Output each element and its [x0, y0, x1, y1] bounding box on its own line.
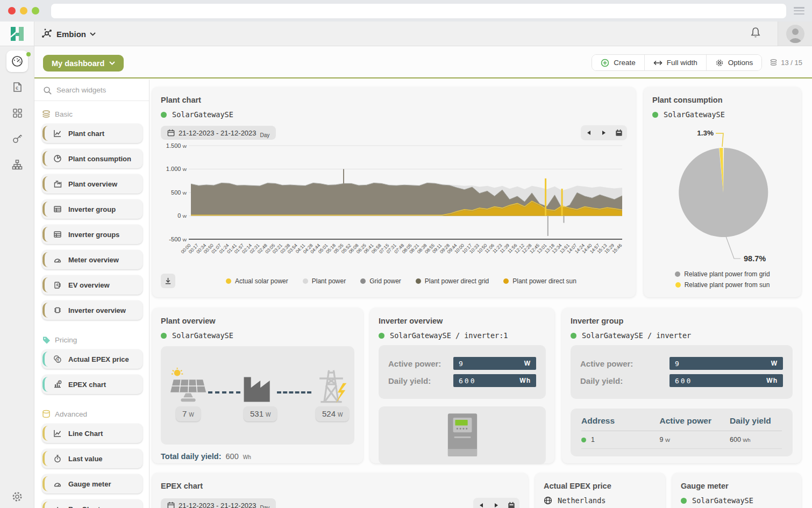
- gauge-icon: [53, 255, 62, 264]
- app-header: Embion: [0, 22, 812, 46]
- pie-legend-item[interactable]: Relative plant power from sun: [675, 281, 770, 289]
- speedometer-icon: [11, 55, 24, 68]
- widget-item-label: Plant overview: [68, 180, 117, 188]
- download-chart-button[interactable]: [161, 274, 175, 288]
- card-title: Plant chart: [161, 96, 627, 104]
- plant-consumption-card: Plant consumption SolarGatewaySE 1.3%98.…: [644, 87, 801, 297]
- line-chart-icon: [53, 429, 62, 438]
- item-accent: [42, 352, 49, 367]
- table-row[interactable]: 19 W600 Wh: [581, 431, 782, 449]
- svg-text:500 W: 500 W: [171, 189, 187, 196]
- active-power-display: 9W: [669, 357, 783, 370]
- widget-item-plant-overview[interactable]: Plant overview: [42, 174, 143, 194]
- stopwatch-icon: [53, 454, 62, 463]
- app-logo[interactable]: [0, 22, 34, 46]
- date-granularity: Day: [260, 505, 270, 508]
- legend-item[interactable]: Grid power: [360, 277, 401, 285]
- user-avatar[interactable]: [778, 22, 812, 46]
- full-width-button[interactable]: Full width: [645, 55, 707, 70]
- device-status-dot: [652, 112, 658, 118]
- legend-item[interactable]: Plant power: [303, 277, 346, 285]
- chip-icon: [53, 306, 62, 314]
- create-button[interactable]: Create: [592, 55, 645, 70]
- coins-icon: €: [53, 355, 62, 363]
- plant-chart-card: Plant chart SolarGatewaySE 21-12-2023 - …: [152, 87, 636, 297]
- search-input[interactable]: [56, 86, 137, 94]
- svg-text:1.500 W: 1.500 W: [166, 142, 187, 149]
- browser-menu-icon[interactable]: [794, 7, 804, 15]
- widget-item-epex-chart[interactable]: €EPEX chart: [42, 375, 143, 394]
- grid-power-value: 524W: [316, 406, 349, 421]
- widget-item-label: Inverter overview: [68, 306, 126, 314]
- device-status-dot: [161, 333, 167, 339]
- item-accent: [42, 227, 49, 242]
- widget-item-ev-overview[interactable]: EV overview: [42, 275, 143, 295]
- legend-color-dot: [303, 278, 308, 284]
- active-indicator-dot: [26, 52, 31, 56]
- widget-item-inverter-overview[interactable]: Inverter overview: [42, 300, 143, 320]
- widget-item-plant-consumption[interactable]: Plant consumption: [42, 149, 143, 168]
- options-button[interactable]: Options: [707, 55, 762, 70]
- widget-item-gauge-meter[interactable]: Gauge meter: [42, 474, 143, 493]
- inverter-readouts-panel: Active power: 9W Daily yield: 600Wh: [379, 345, 546, 399]
- widget-item-label: Meter overview: [68, 256, 119, 264]
- org-switcher[interactable]: Embion: [41, 26, 96, 42]
- dashboard-selector-button[interactable]: My dashboard: [43, 55, 124, 71]
- table-header-cell: Daily yield: [730, 416, 782, 426]
- legend-item[interactable]: Actual solar power: [226, 277, 288, 285]
- plant-chart-plot: 1.500 W1.000 W500 W0 W-500 W00:0000:1700…: [161, 140, 627, 270]
- table-body: 19 W600 Wh: [581, 431, 782, 449]
- window-minimize-button[interactable]: [20, 7, 27, 15]
- widget-item-line-chart[interactable]: Line Chart: [42, 424, 143, 443]
- widget-item-bar-chart[interactable]: Bar Chart: [42, 499, 143, 508]
- next-period-button[interactable]: [597, 126, 611, 139]
- url-bar[interactable]: [51, 4, 786, 18]
- legend-item[interactable]: Plant power direct grid: [416, 277, 489, 285]
- chart-date-nav: [473, 498, 519, 508]
- settings-gear-icon[interactable]: [0, 491, 34, 503]
- nav-access-keys[interactable]: [6, 128, 28, 149]
- widget-sections: BasicPlant chartPlant consumptionPlant o…: [34, 101, 149, 508]
- item-accent: [42, 377, 49, 392]
- widget-item-label: Inverter groups: [68, 231, 119, 239]
- nav-rail: €: [0, 46, 34, 508]
- inverter-group-card: Inverter group SolarGatewaySE / inverter…: [562, 308, 801, 463]
- date-range-picker[interactable]: 21-12-2023 - 21-12-2023 Day: [161, 126, 276, 140]
- prev-period-button[interactable]: [474, 499, 488, 508]
- group-readouts-panel: Active power: 9W Daily yield: 600Wh: [571, 345, 793, 399]
- pie-legend-item[interactable]: Relative plant power from grid: [675, 270, 770, 278]
- nav-invoices[interactable]: €: [6, 76, 28, 98]
- widget-item-last-value[interactable]: Last value: [42, 449, 143, 468]
- next-period-button[interactable]: [489, 499, 503, 508]
- device-status-dot: [571, 333, 576, 339]
- notifications-bell-icon[interactable]: [750, 26, 761, 41]
- widget-item-actual-epex-price[interactable]: €Actual EPEX price: [42, 349, 143, 369]
- widget-item-meter-overview[interactable]: Meter overview: [42, 250, 143, 269]
- widget-item-inverter-groups[interactable]: Inverter groups: [42, 225, 143, 244]
- database-icon: [42, 410, 51, 418]
- date-range-picker[interactable]: 21-12-2023 - 21-12-2023 Day: [161, 498, 276, 508]
- legend-item[interactable]: Plant power direct sun: [503, 277, 576, 285]
- item-accent: [42, 303, 49, 318]
- widget-item-inverter-group[interactable]: Inverter group: [42, 199, 143, 219]
- widget-search: [34, 80, 149, 101]
- window-close-button[interactable]: [8, 7, 16, 15]
- prev-period-button[interactable]: [582, 126, 596, 139]
- nav-hierarchy[interactable]: [6, 154, 28, 175]
- calendar-today-button[interactable]: [504, 499, 518, 508]
- device-name: SolarGatewaySE: [692, 496, 753, 505]
- row-status-dot: [581, 438, 586, 442]
- calendar-today-button[interactable]: [612, 126, 626, 139]
- create-label: Create: [614, 59, 636, 67]
- ev-charger-icon: [53, 281, 62, 289]
- window-maximize-button[interactable]: [32, 7, 39, 15]
- legend-color-dot: [416, 278, 421, 284]
- inverter-table-panel: AddressActive powerDaily yield 19 W600 W…: [571, 409, 793, 456]
- item-accent: [42, 126, 49, 141]
- nav-widgets[interactable]: [6, 102, 28, 124]
- nav-dashboards[interactable]: [6, 51, 28, 72]
- widget-count-label: 13 / 15: [781, 59, 802, 67]
- widget-item-plant-chart[interactable]: Plant chart: [42, 124, 143, 143]
- total-daily-yield-value: 600: [226, 452, 239, 461]
- item-accent: [42, 277, 49, 292]
